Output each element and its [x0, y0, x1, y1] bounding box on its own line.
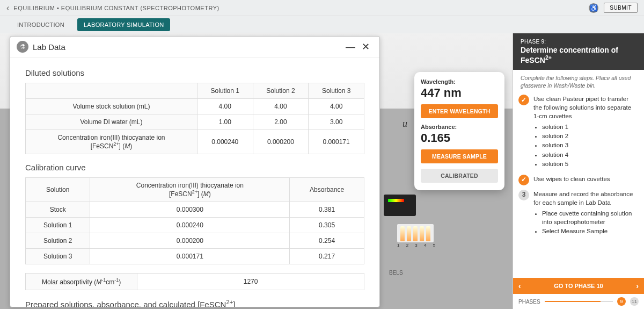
phase-dot-next[interactable]: 11 — [630, 297, 639, 306]
flask-icon: ⚗ — [17, 41, 28, 53]
phase-title: Determine concentration of FeSCN2+ — [521, 46, 636, 64]
chevron-left-icon[interactable]: ‹ — [518, 282, 521, 290]
accessibility-icon[interactable]: ♿ — [589, 3, 598, 13]
table-row: Volume stock solution (mL) 4.00 4.00 4.0… — [26, 99, 364, 114]
tab-laboratory-simulation[interactable]: LABORATORY SIMULATION — [77, 18, 171, 31]
table-row: Concentration iron(III) thiocyanate ion[… — [26, 130, 364, 154]
step-item: ✓ Use wipes to clean cuvettes — [515, 173, 640, 188]
device-label-fragment: u — [402, 118, 407, 130]
close-button[interactable]: ✕ — [358, 41, 373, 53]
table-row: Solution 20.0002000.254 — [26, 233, 364, 249]
phase-dot-current[interactable]: 9 — [617, 297, 626, 306]
measure-sample-button[interactable]: MEASURE SAMPLE — [421, 149, 498, 163]
calibration-curve-heading: Calibration curve — [25, 163, 364, 172]
step-item: ✓ Use clean Pasteur pipet to transfer th… — [515, 92, 640, 173]
diluted-solutions-heading: Diluted solutions — [25, 68, 364, 77]
cuvette-rack[interactable] — [397, 224, 434, 242]
tab-bar: INTRODUCTION LABORATORY SIMULATION — [0, 16, 644, 33]
wavelength-value: 447 nm — [421, 86, 498, 100]
step-number-icon: 3 — [518, 190, 529, 200]
absorbance-value: 0.165 — [421, 131, 498, 145]
check-icon: ✓ — [518, 95, 529, 105]
table-row: Stock0.0003000.381 — [26, 202, 364, 218]
chevron-right-icon[interactable]: › — [636, 282, 639, 290]
phase-subtitle: Complete the following steps. Place all … — [513, 70, 644, 92]
minimize-button[interactable]: — — [342, 41, 358, 53]
lab-stage: u 1 2 3 4 5 BELS ⚗ Lab Data — ✕ Diluted … — [0, 33, 644, 309]
lab-data-panel: ⚗ Lab Data — ✕ Diluted solutions Solutio… — [10, 36, 380, 307]
table-row: Solution 10.0002400.305 — [26, 218, 364, 233]
table-row: Solution 30.0001710.217 — [26, 249, 364, 264]
lab-data-title: Lab Data — [33, 42, 342, 52]
phase-label: PHASE 9: — [521, 39, 636, 45]
instructions-panel: PHASE 9: Determine concentration of FeSC… — [513, 33, 644, 309]
top-bar: ‹ EQUILIBRIUM • EQUILIBRIUM CONSTANT (SP… — [0, 0, 644, 16]
breadcrumb: EQUILIBRIUM • EQUILIBRIUM CONSTANT (SPEC… — [13, 5, 589, 11]
phases-progress: PHASES 9 11 — [513, 294, 644, 309]
wavelength-label: Wavelength: — [421, 78, 498, 85]
step-item: 3 Measure and record the absorbance for … — [515, 188, 640, 240]
calibration-curve-table: Solution Concentration iron(III) thiocya… — [25, 177, 364, 264]
spectrophotometer-panel: Wavelength: 447 nm ENTER WAVELENGTH Abso… — [414, 72, 504, 190]
enter-wavelength-button[interactable]: ENTER WAVELENGTH — [421, 104, 498, 118]
back-icon[interactable]: ‹ — [6, 3, 9, 13]
lab-data-body[interactable]: Diluted solutions Solution 1 Solution 2 … — [10, 58, 379, 307]
absorbance-label: Absorbance: — [421, 124, 498, 130]
molar-absorptivity-table: Molar absorptivity (M-1cm-1) 1270 — [25, 273, 364, 290]
diluted-solutions-table: Solution 1 Solution 2 Solution 3 Volume … — [25, 83, 364, 154]
check-icon: ✓ — [518, 175, 529, 185]
labels-button-fragment: BELS — [389, 270, 403, 276]
prepared-solutions-heading: Prepared solutions, absorbance, and calc… — [25, 299, 364, 307]
go-to-phase-button[interactable]: ‹ GO TO PHASE 10 › — [513, 278, 644, 294]
calibrated-status: CALIBRATED — [421, 169, 498, 183]
table-row: Volume DI water (mL) 1.00 2.00 3.00 — [26, 114, 364, 130]
submit-button[interactable]: SUBMIT — [604, 3, 638, 13]
spectrophotometer[interactable] — [384, 195, 416, 216]
rack-numbers: 1 2 3 4 5 — [397, 243, 438, 248]
steps-list[interactable]: ✓ Use clean Pasteur pipet to transfer th… — [513, 92, 644, 278]
tab-introduction[interactable]: INTRODUCTION — [11, 18, 71, 31]
